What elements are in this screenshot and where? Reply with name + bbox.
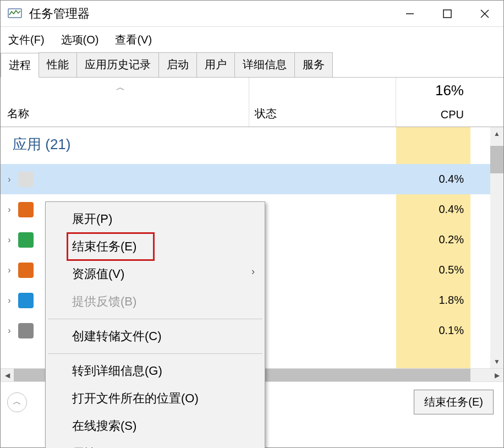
scroll-up-icon[interactable]: ▲ [490, 127, 503, 140]
column-cpu[interactable]: 16% CPU [396, 78, 470, 127]
process-icon [18, 202, 34, 217]
cpu-cell: 1.8% [396, 285, 470, 315]
expand-icon[interactable]: › [1, 205, 18, 215]
maximize-button[interactable] [429, 1, 466, 27]
tab-2[interactable]: 应用历史记录 [76, 52, 159, 77]
end-task-button[interactable]: 结束任务(E) [414, 390, 494, 414]
cpu-cell: 0.2% [396, 225, 470, 255]
context-menu-item[interactable]: 创建转储文件(C) [46, 323, 265, 350]
context-menu-item[interactable]: 资源值(V)› [46, 260, 265, 288]
cpu-cell: 0.4% [396, 164, 470, 194]
expand-icon[interactable]: › [1, 326, 18, 336]
menu-bar: 文件(F) 选项(O) 查看(V) [1, 27, 503, 52]
context-menu: 展开(P)结束任务(E)资源值(V)›提供反馈(B)创建转储文件(C)转到详细信… [45, 201, 265, 448]
vertical-scrollbar[interactable]: ▲ ▼ [490, 127, 503, 368]
column-status-label: 状态 [255, 106, 277, 121]
expand-icon[interactable]: › [1, 174, 18, 184]
process-icon [18, 172, 34, 187]
context-menu-separator [48, 353, 262, 354]
column-name[interactable]: ︿ 名称 [1, 78, 249, 127]
svg-rect-2 [443, 10, 451, 18]
column-status[interactable]: 状态 [249, 78, 396, 127]
cpu-cell: 0.4% [396, 194, 470, 225]
column-headers: ︿ 名称 状态 16% CPU [1, 78, 503, 127]
cpu-column-label: CPU [441, 108, 464, 121]
context-menu-item[interactable]: 转到详细信息(G) [46, 357, 265, 385]
context-menu-item[interactable]: 结束任务(E) [46, 233, 265, 260]
tab-0[interactable]: 进程 [1, 53, 39, 78]
process-icon [18, 263, 34, 278]
tab-bar: 进程性能应用历史记录启动用户详细信息服务 [1, 52, 503, 78]
fewer-details-toggle[interactable]: ︿ [7, 392, 27, 412]
window-controls [391, 1, 503, 27]
window-title: 任务管理器 [29, 6, 391, 22]
context-menu-separator [48, 319, 262, 319]
menu-file[interactable]: 文件(F) [8, 32, 45, 47]
close-button[interactable] [466, 1, 503, 27]
minimize-button[interactable] [391, 1, 429, 27]
cpu-cell: 0.1% [396, 315, 470, 346]
process-icon [18, 232, 34, 248]
tab-1[interactable]: 性能 [39, 52, 77, 77]
scroll-thumb[interactable] [490, 146, 503, 173]
menu-view[interactable]: 查看(V) [115, 32, 152, 47]
process-row[interactable]: ›0.4% [1, 164, 503, 194]
cpu-total-value: 16% [435, 82, 464, 99]
sort-caret-icon: ︿ [116, 82, 125, 94]
context-menu-item[interactable]: 在线搜索(S) [46, 412, 265, 440]
scroll-down-icon[interactable]: ▼ [490, 355, 503, 368]
apps-group-header[interactable]: 应用 (21) [1, 127, 503, 164]
process-icon [18, 323, 34, 338]
context-menu-item[interactable]: 属性(I) [46, 440, 265, 448]
menu-options[interactable]: 选项(O) [61, 32, 99, 47]
expand-icon[interactable]: › [1, 265, 18, 275]
tab-4[interactable]: 用户 [196, 52, 235, 77]
context-menu-item: 提供反馈(B) [46, 288, 265, 315]
expand-icon[interactable]: › [1, 235, 18, 245]
tab-6[interactable]: 服务 [294, 52, 333, 77]
context-menu-item[interactable]: 展开(P) [46, 205, 265, 233]
context-menu-item[interactable]: 打开文件所在的位置(O) [46, 385, 265, 412]
process-icon [18, 293, 34, 308]
cpu-cell: 0.5% [396, 255, 470, 285]
tab-5[interactable]: 详细信息 [234, 52, 295, 77]
submenu-arrow-icon: › [251, 266, 255, 277]
tab-3[interactable]: 启动 [158, 52, 197, 77]
column-name-label: 名称 [7, 106, 29, 121]
scroll-right-icon[interactable]: ▶ [490, 369, 503, 381]
app-icon [7, 8, 23, 20]
expand-icon[interactable]: › [1, 296, 18, 305]
scroll-left-icon[interactable]: ◀ [1, 369, 14, 381]
title-bar: 任务管理器 [1, 1, 503, 27]
